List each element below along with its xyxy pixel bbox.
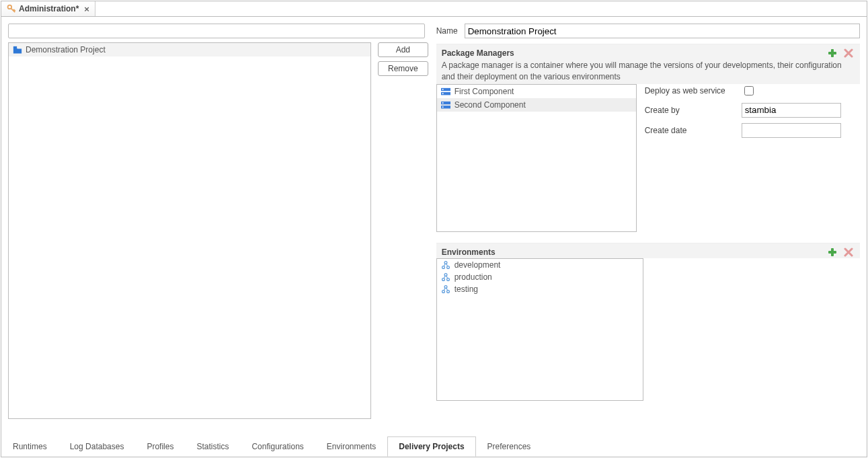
package-manager-form: Deploy as web service Create by Create d…	[645, 84, 860, 232]
environments-section: Environments d	[436, 243, 860, 401]
svg-point-22	[446, 290, 449, 293]
tab-bar: Administration* ×	[1, 1, 867, 17]
pm-item-first[interactable]: First Component	[437, 85, 636, 98]
svg-point-18	[442, 278, 444, 280]
component-icon	[441, 87, 450, 96]
tab-preferences[interactable]: Preferences	[476, 436, 543, 457]
tab-environments[interactable]: Environments	[315, 436, 387, 457]
environments-list[interactable]: development production testing	[436, 258, 643, 401]
svg-rect-11	[442, 106, 443, 108]
svg-point-19	[446, 278, 449, 280]
env-item-label: development	[455, 260, 501, 270]
remove-package-icon[interactable]	[844, 48, 853, 58]
tab-log-databases[interactable]: Log Databases	[58, 436, 136, 457]
add-package-icon[interactable]	[828, 48, 837, 58]
svg-point-17	[444, 273, 447, 276]
deploy-checkbox[interactable]	[744, 86, 754, 96]
package-managers-body: First Component Second Component Deploy …	[436, 84, 860, 232]
folder-icon	[13, 46, 22, 54]
add-button[interactable]: Add	[378, 42, 428, 57]
env-item-production[interactable]: production	[437, 271, 643, 283]
remove-environment-icon[interactable]	[844, 247, 853, 257]
tab-runtimes[interactable]: Runtimes	[1, 436, 58, 457]
environment-icon	[441, 260, 450, 270]
create-date-input[interactable]	[742, 123, 841, 138]
package-managers-header: Package Managers A package manager is a …	[436, 44, 860, 84]
environments-header: Environments	[436, 243, 860, 258]
close-icon[interactable]: ×	[84, 5, 89, 13]
project-item[interactable]: Demonstration Project	[9, 43, 370, 56]
button-column: Add Remove	[378, 42, 428, 425]
add-environment-icon[interactable]	[828, 247, 837, 257]
env-item-label: production	[455, 272, 492, 282]
tab-delivery-projects[interactable]: Delivery Projects	[387, 436, 475, 457]
tab-configurations[interactable]: Configurations	[240, 436, 315, 457]
svg-point-21	[442, 290, 444, 293]
svg-point-0	[8, 5, 12, 9]
bottom-tabs: Runtimes Log Databases Profiles Statisti…	[1, 436, 867, 457]
environment-icon	[441, 284, 450, 294]
svg-rect-1	[13, 46, 17, 48]
project-label: Demonstration Project	[26, 45, 106, 54]
deploy-label: Deploy as web service	[645, 86, 742, 96]
left-pane: Demonstration Project Add Remove	[8, 24, 428, 425]
component-icon	[441, 101, 450, 109]
right-pane: Name Package Managers A package manager …	[436, 24, 860, 425]
project-tree[interactable]: Demonstration Project	[8, 42, 371, 419]
svg-point-14	[444, 261, 447, 264]
svg-point-15	[442, 266, 444, 268]
name-label: Name	[436, 26, 459, 36]
svg-point-20	[444, 285, 447, 288]
svg-rect-3	[828, 52, 836, 54]
pm-item-label: Second Component	[455, 100, 526, 110]
svg-rect-6	[442, 89, 443, 90]
name-input[interactable]	[465, 24, 860, 38]
environments-title: Environments	[442, 247, 855, 257]
env-item-development[interactable]: development	[437, 259, 643, 271]
environment-icon	[441, 272, 450, 282]
remove-button[interactable]: Remove	[378, 61, 428, 76]
pm-item-label: First Component	[455, 87, 514, 96]
package-managers-title: Package Managers	[442, 48, 855, 58]
content: Demonstration Project Add Remove Name Pa…	[1, 17, 867, 432]
key-icon	[7, 4, 16, 13]
name-row: Name	[436, 24, 860, 38]
tab-statistics[interactable]: Statistics	[185, 436, 240, 457]
create-date-label: Create date	[645, 126, 742, 135]
svg-rect-7	[442, 93, 443, 94]
admin-window: Administration* × Demonstration Project …	[1, 1, 867, 457]
svg-rect-13	[828, 251, 836, 254]
package-managers-list[interactable]: First Component Second Component	[436, 84, 637, 232]
svg-point-16	[446, 266, 449, 268]
tab-administration[interactable]: Administration* ×	[1, 1, 95, 16]
tab-profiles[interactable]: Profiles	[135, 436, 185, 457]
pm-item-second[interactable]: Second Component	[437, 98, 636, 112]
svg-rect-10	[442, 102, 443, 104]
filter-input[interactable]	[8, 24, 425, 38]
create-by-input[interactable]	[742, 103, 841, 118]
env-item-testing[interactable]: testing	[437, 283, 643, 295]
env-item-label: testing	[455, 284, 478, 294]
package-managers-desc: A package manager is a container where y…	[442, 60, 855, 83]
tab-title: Administration*	[19, 4, 79, 13]
create-by-label: Create by	[645, 106, 742, 115]
